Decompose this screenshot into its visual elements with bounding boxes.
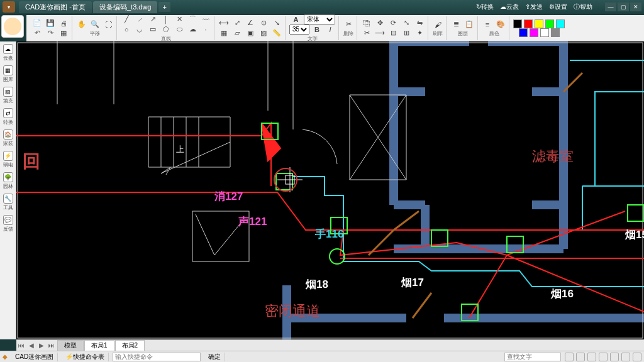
font-size-select[interactable]: 350 <box>289 25 309 35</box>
sidebar-item-tools[interactable]: 🔧工具 <box>1 194 15 211</box>
swatch-red[interactable] <box>524 19 533 28</box>
action-convert[interactable]: ↻转换 <box>476 3 494 11</box>
extend-icon[interactable]: ⟶ <box>374 28 386 38</box>
zoom-in-icon[interactable]: 🔍 <box>89 19 101 30</box>
action-settings[interactable]: ⚙设置 <box>549 3 567 11</box>
sidebar-item-convert[interactable]: ⇄转换 <box>1 108 15 126</box>
arc-icon[interactable]: ◡ <box>134 25 145 35</box>
swatch-yellow[interactable] <box>535 19 543 28</box>
tab-add[interactable]: + <box>158 2 170 12</box>
tab-nav-next[interactable]: ▶ <box>36 341 47 351</box>
point-icon[interactable]: · <box>200 25 211 35</box>
vline-icon[interactable]: │ <box>160 14 172 25</box>
status-osnap-icon[interactable] <box>610 353 619 361</box>
zoom-fit-icon[interactable]: ⛶ <box>103 19 114 30</box>
tab-model[interactable]: 模型 <box>57 340 84 351</box>
mirror-icon[interactable]: ⇋ <box>414 18 425 28</box>
dim-linear-icon[interactable]: ⟷ <box>218 18 230 28</box>
bold-icon[interactable]: B <box>311 25 323 35</box>
new-file-icon[interactable]: 📄 <box>31 18 43 28</box>
window-minimize[interactable]: — <box>605 3 616 11</box>
swatch-cyan[interactable] <box>556 19 565 28</box>
grid-icon[interactable]: ▦ <box>58 28 69 38</box>
trim-icon[interactable]: ✂ <box>361 28 372 38</box>
layer-icon[interactable]: ≣ <box>450 19 462 30</box>
layer-mgr-icon[interactable]: 📋 <box>464 19 475 30</box>
line-icon[interactable]: ╱ <box>121 14 132 25</box>
tab-nav-first[interactable]: ⏮ <box>16 341 26 351</box>
array-icon[interactable]: ⊞ <box>401 28 412 38</box>
circle-icon[interactable]: ○ <box>121 25 132 35</box>
tab-home[interactable]: CAD迷你画图 -首页 <box>19 1 92 13</box>
pan-icon[interactable]: ✋ <box>76 19 87 30</box>
action-help[interactable]: ⓘ帮助 <box>574 3 592 11</box>
dim-radius-icon[interactable]: ⊙ <box>258 18 269 28</box>
font-select[interactable]: 宋体 <box>304 14 335 25</box>
status-model-icon[interactable] <box>633 353 641 361</box>
swatch-white[interactable] <box>540 28 549 37</box>
swatch-blue[interactable] <box>519 28 528 37</box>
explode-icon[interactable]: ✦ <box>414 28 425 38</box>
rect-icon[interactable]: ▭ <box>147 25 158 35</box>
sidebar-item-garden[interactable]: 🌳园林 <box>1 172 15 190</box>
arc2-icon[interactable]: ⌒ <box>187 14 198 25</box>
sidebar-item-electric[interactable]: ⚡弱电 <box>1 151 15 168</box>
search-input[interactable] <box>504 353 561 361</box>
status-ortho-icon[interactable] <box>587 353 596 361</box>
polygon-icon[interactable]: ⬠ <box>160 25 172 35</box>
command-input[interactable] <box>113 353 201 361</box>
sidebar-item-cloud[interactable]: ☁云盘 <box>1 44 15 62</box>
table-icon[interactable]: ▦ <box>218 28 230 38</box>
undo-icon[interactable]: ↶ <box>31 28 43 38</box>
sidebar-item-library[interactable]: ▦图库 <box>1 65 15 83</box>
status-grid-icon[interactable] <box>576 353 585 361</box>
app-menu-button[interactable] <box>3 1 15 13</box>
italic-icon[interactable]: I <box>325 25 336 35</box>
swatch-magenta[interactable] <box>530 28 538 37</box>
rotate-icon[interactable]: ⟳ <box>387 18 399 28</box>
tab-layout2[interactable]: 布局2 <box>115 340 145 351</box>
tab-document[interactable]: 设备编码_t3.dwg <box>93 1 158 13</box>
hatch-icon[interactable]: ▨ <box>258 28 269 38</box>
offset-icon[interactable]: ⊟ <box>387 28 399 38</box>
status-polar-icon[interactable] <box>599 353 608 361</box>
spline-icon[interactable]: 〰 <box>200 14 211 25</box>
color-picker-icon[interactable]: 🎨 <box>495 19 506 30</box>
tab-nav-last[interactable]: ⏭ <box>47 341 57 351</box>
dim-align-icon[interactable]: ⤢ <box>231 18 243 28</box>
tab-nav-prev[interactable]: ◀ <box>26 341 36 351</box>
area-icon[interactable]: ▱ <box>231 28 243 38</box>
block-icon[interactable]: ▣ <box>245 28 256 38</box>
lineweight-icon[interactable]: ≡ <box>482 19 493 30</box>
swatch-gray[interactable] <box>551 28 560 37</box>
copy-icon[interactable]: ⿻ <box>361 18 372 28</box>
sidebar-item-hatch[interactable]: ▨填充 <box>1 87 15 104</box>
ray-icon[interactable]: ↗ <box>147 14 158 25</box>
move-icon[interactable]: ✥ <box>374 18 386 28</box>
text-icon[interactable]: A <box>291 14 302 25</box>
xline-icon[interactable]: ✕ <box>174 14 185 25</box>
delete-icon[interactable]: ✂ <box>343 19 354 30</box>
status-ok-button[interactable]: 确定 <box>204 353 225 361</box>
sidebar-item-feedback[interactable]: 💬反馈 <box>1 215 15 233</box>
polyline-icon[interactable]: ⟋ <box>134 14 145 25</box>
user-avatar[interactable] <box>1 15 24 38</box>
ellipse-icon[interactable]: ⬭ <box>174 25 185 35</box>
leader-icon[interactable]: ↘ <box>271 18 282 28</box>
window-close[interactable]: ✕ <box>630 3 641 11</box>
action-send[interactable]: ⇪发送 <box>525 3 543 11</box>
cloud-icon[interactable]: ☁ <box>187 25 198 35</box>
scale-icon[interactable]: ⤡ <box>401 18 412 28</box>
sidebar-item-home[interactable]: 🏠家装 <box>1 129 15 147</box>
tab-layout1[interactable]: 布局1 <box>84 340 114 351</box>
print-icon[interactable]: 🖨 <box>58 18 69 28</box>
window-maximize[interactable]: ▢ <box>618 3 629 11</box>
status-lwt-icon[interactable] <box>621 353 630 361</box>
dim-angle-icon[interactable]: ∠ <box>245 18 256 28</box>
save-icon[interactable]: 💾 <box>45 18 56 28</box>
swatch-green[interactable] <box>545 19 554 28</box>
status-snap-icon[interactable] <box>565 353 574 361</box>
drawing-canvas[interactable]: 消127声121手116烟18烟17烟16烟15消128 滤毒室密闭通道战时进风… <box>16 41 644 339</box>
redo-icon[interactable]: ↷ <box>45 28 56 38</box>
measure-icon[interactable]: 📏 <box>271 28 282 38</box>
